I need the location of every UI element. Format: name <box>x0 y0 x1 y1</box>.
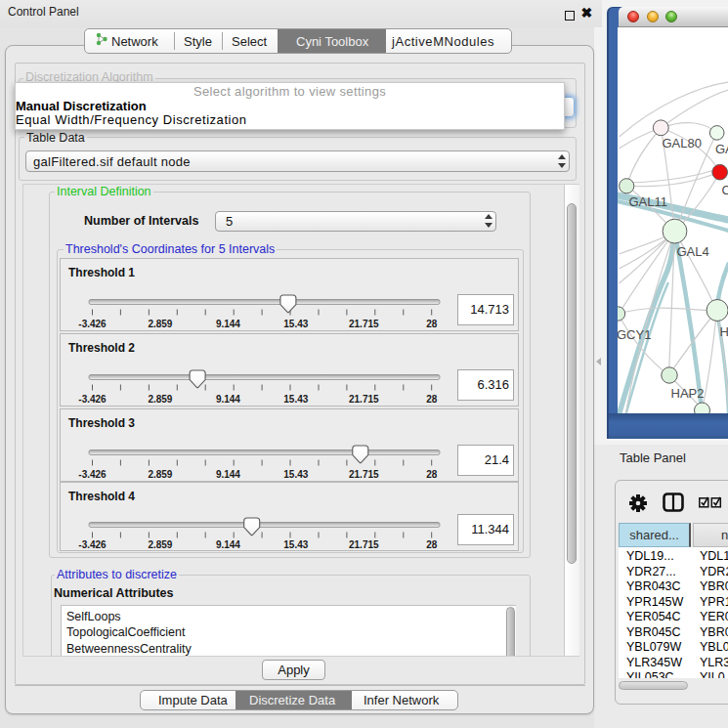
svg-text:2.859: 2.859 <box>148 319 172 329</box>
svg-text:15.43: 15.43 <box>283 539 308 550</box>
svg-text:15.43: 15.43 <box>283 319 308 329</box>
svg-text:GAL11: GAL11 <box>628 194 667 209</box>
svg-text:15.43: 15.43 <box>283 394 308 405</box>
svg-text:2.859: 2.859 <box>148 394 172 405</box>
svg-text:21.715: 21.715 <box>349 469 379 480</box>
svg-text:15.43: 15.43 <box>283 469 308 480</box>
svg-text:C: C <box>721 183 728 197</box>
svg-text:9.144: 9.144 <box>216 539 240 550</box>
svg-text:28: 28 <box>426 319 438 329</box>
svg-text:9.144: 9.144 <box>216 319 240 329</box>
svg-text:HAP2: HAP2 <box>670 386 704 401</box>
svg-text:21.715: 21.715 <box>349 319 379 329</box>
svg-text:9.144: 9.144 <box>216 394 240 405</box>
svg-text:GA: GA <box>715 142 728 156</box>
svg-text:28: 28 <box>426 539 438 550</box>
svg-text:-3.426: -3.426 <box>78 539 107 550</box>
svg-text:-3.426: -3.426 <box>78 319 107 329</box>
svg-text:-3.426: -3.426 <box>78 394 107 405</box>
svg-text:21.715: 21.715 <box>349 539 379 550</box>
svg-text:-3.426: -3.426 <box>78 469 107 480</box>
svg-text:28: 28 <box>426 469 438 480</box>
svg-text:GCY1: GCY1 <box>618 327 651 342</box>
svg-text:GAL4: GAL4 <box>676 244 708 259</box>
svg-text:GAL80: GAL80 <box>662 136 701 150</box>
svg-text:21.715: 21.715 <box>349 394 379 405</box>
svg-text:H: H <box>719 324 728 339</box>
svg-text:2.859: 2.859 <box>148 469 172 480</box>
svg-text:28: 28 <box>426 394 438 405</box>
svg-text:9.144: 9.144 <box>216 469 240 480</box>
svg-text:2.859: 2.859 <box>148 539 172 550</box>
